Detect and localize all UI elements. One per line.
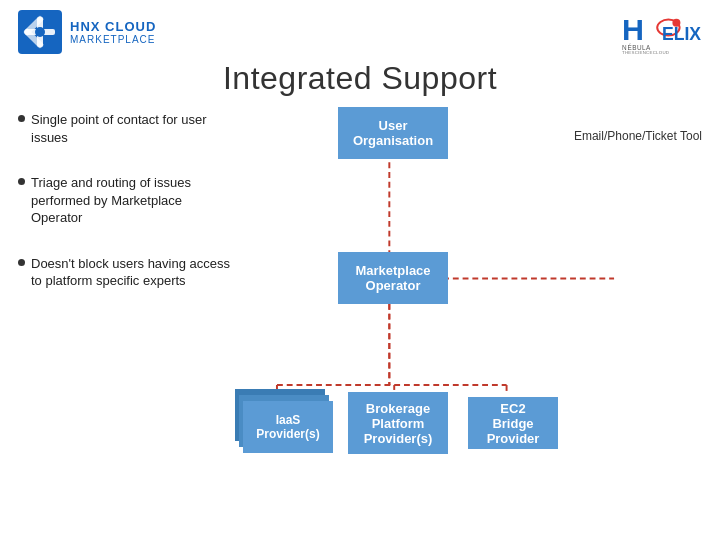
user-org-box: User Organisation [338,107,448,159]
bullet-text-1: Single point of contact for user issues [31,111,233,146]
header: HNX CLOUD MARKETPLACE H ELIX N ÉBULA THE… [0,0,720,58]
bullet-item-3: Doesn't block users having access to pla… [18,255,233,290]
hnx-title: HNX CLOUD [70,19,156,34]
bullets-list: Single point of contact for user issues … [18,107,233,497]
main-content: Single point of contact for user issues … [0,107,720,497]
logo-left: HNX CLOUD MARKETPLACE [18,10,156,54]
hnx-logo-box [18,10,62,54]
page-title: Integrated Support [0,58,720,107]
hnx-logo-text: HNX CLOUD MARKETPLACE [70,19,156,45]
hnx-logo-icon [23,15,57,49]
marketplace-op-box: Marketplace Operator [338,252,448,304]
helix-nebula-logo-icon: H ELIX N ÉBULA THESCIENCECLOUD [622,10,702,54]
svg-point-4 [35,27,45,37]
user-org-label: User Organisation [348,118,438,148]
helix-logo: H ELIX N ÉBULA THESCIENCECLOUD [622,10,702,54]
bullet-dot-2 [18,178,25,185]
bullet-text-2: Triage and routing of issues performed b… [31,174,233,227]
iaas-box-front: IaaS Provider(s) [243,401,333,453]
bullet-text-3: Doesn't block users having access to pla… [31,255,233,290]
bullet-item-2: Triage and routing of issues performed b… [18,174,233,227]
ec2-label: EC2 Bridge Provider [478,401,548,446]
email-tool-label: Email/Phone/Ticket Tool [574,129,702,143]
svg-text:ELIX: ELIX [662,24,701,44]
diagram: User Organisation Email/Phone/Ticket Too… [233,107,702,497]
brokerage-label: Brokerage Platform Provider(s) [358,401,438,446]
svg-text:THESCIENCECLOUD: THESCIENCECLOUD [622,50,669,54]
brokerage-box: Brokerage Platform Provider(s) [348,392,448,454]
svg-text:H: H [622,12,644,46]
hnx-subtitle: MARKETPLACE [70,34,156,45]
bullet-item-1: Single point of contact for user issues [18,111,233,146]
iaas-label: IaaS Provider(s) [243,413,333,441]
bullet-dot-1 [18,115,25,122]
ec2-box: EC2 Bridge Provider [468,397,558,449]
marketplace-op-label: Marketplace Operator [348,263,438,293]
bullet-dot-3 [18,259,25,266]
iaas-stack: IaaS Provider(s) [233,387,333,457]
